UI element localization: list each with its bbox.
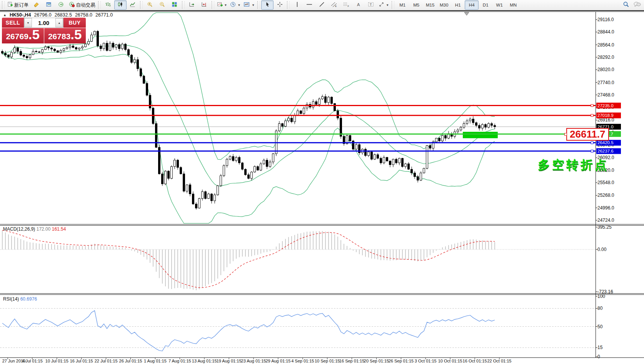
timeframe-m1[interactable]: M1 — [395, 0, 409, 10]
line-chart-icon — [130, 2, 135, 8]
chat-icon[interactable] — [633, 1, 641, 9]
templates-icon — [244, 2, 250, 8]
profiles-button[interactable] — [30, 0, 43, 10]
line-chart-button[interactable] — [127, 0, 139, 10]
rsi-name: RSI(14) — [3, 296, 19, 302]
time-label: 16 Jul 01:15 — [70, 359, 93, 363]
rsi-label: RSI(14) 60.6976 — [3, 296, 37, 302]
tile-windows-icon — [172, 2, 177, 8]
collapse-quotes-icon[interactable]: ▲ — [3, 13, 7, 17]
price-line-badge: 26237.6 — [596, 148, 621, 154]
chart-shift-button[interactable] — [198, 0, 210, 10]
chart-area[interactable]: 29116.028844.028564.028292.028020.027740… — [0, 0, 644, 364]
rsi-value: 60.6976 — [20, 296, 37, 302]
text-tool-button[interactable]: A — [352, 0, 365, 10]
svg-text:T: T — [370, 3, 372, 7]
sell-button[interactable]: SELL — [2, 18, 24, 28]
text-label-tool-button[interactable]: T — [365, 0, 377, 10]
volume-decrease-button[interactable]: ▼ — [24, 18, 32, 27]
crosshair-tool-button[interactable] — [274, 0, 286, 10]
toolbar-grip[interactable] — [212, 1, 214, 9]
svg-text:27018.9: 27018.9 — [597, 113, 614, 118]
svg-text:26420.5: 26420.5 — [597, 140, 614, 145]
buy-price[interactable]: 26783 .5 — [44, 28, 86, 43]
timeframe-h1[interactable]: H1 — [451, 0, 465, 10]
text-label-icon: T — [368, 2, 374, 8]
sell-price[interactable]: 26769 .5 — [2, 28, 44, 43]
zoom-out-icon — [159, 2, 165, 8]
toolbar-grip[interactable] — [140, 1, 143, 9]
dropdown-caret: ▼ — [252, 3, 255, 7]
signals-button[interactable] — [55, 0, 67, 10]
dropdown-caret: ▼ — [224, 3, 227, 7]
volume-stepper: ▼ ▲ — [24, 18, 63, 28]
buy-price-fraction: .5 — [70, 29, 82, 40]
volume-increase-button[interactable]: ▲ — [55, 18, 63, 27]
horizontal-line-tool-button[interactable] — [303, 0, 315, 10]
price-tick-label: 27740.0 — [597, 80, 614, 85]
arrows-tool-button[interactable]: ▼ — [377, 0, 390, 10]
timeframe-w1[interactable]: W1 — [492, 0, 506, 10]
toolbar-grip[interactable] — [2, 1, 5, 9]
price-line-badge: 27235.0 — [596, 103, 621, 108]
price-tick-label: 28844.0 — [597, 29, 614, 35]
rsi-scale-label: 50 — [597, 324, 603, 329]
horizontal-line-icon — [306, 2, 312, 8]
trendline-icon — [319, 2, 325, 8]
time-label: 16 Sep 01:15 — [339, 359, 364, 363]
toolbar-grip[interactable] — [287, 1, 290, 9]
toolbar-grip[interactable] — [98, 1, 101, 9]
arrows-icon — [379, 2, 384, 8]
ohlc-low: 26758.0 — [75, 12, 92, 18]
timeframe-m15[interactable]: M15 — [423, 0, 437, 10]
price-tick-label: 28564.0 — [597, 42, 614, 48]
time-label: 4 Sep 01:15 — [291, 359, 314, 363]
timeframe-h4[interactable]: H4 — [465, 0, 479, 10]
rsi-scale-label: 15 — [597, 345, 603, 350]
fibonacci-tool-button[interactable]: F — [340, 0, 352, 10]
dropdown-caret: ▼ — [237, 3, 240, 7]
buy-button[interactable]: BUY — [63, 18, 86, 28]
data-window-button[interactable] — [43, 0, 55, 10]
green-box-annotation[interactable] — [463, 132, 498, 138]
autotrading-button[interactable]: 自动交易 — [67, 0, 97, 10]
zoom-in-button[interactable] — [144, 0, 156, 10]
new-order-button[interactable]: 新订单 — [6, 0, 30, 10]
auto-scroll-icon — [189, 2, 195, 8]
periods-button[interactable]: ▼ — [229, 0, 242, 10]
cursor-tool-button[interactable] — [261, 0, 274, 10]
callout-handle[interactable] — [564, 133, 567, 136]
tile-windows-button[interactable] — [169, 0, 181, 10]
time-axis[interactable]: 27 Jun 20194 Jul 01:1510 Jul 01:1516 Jul… — [2, 358, 512, 363]
candlestick-chart-icon — [117, 2, 123, 8]
fibonacci-icon: F — [343, 2, 350, 8]
time-label: 22 Oct 01:15 — [487, 359, 512, 363]
search-icon[interactable] — [623, 1, 629, 9]
timeframe-toolbar: M1M5M15M30H1H4D1W1MN — [395, 0, 520, 10]
time-label: 19 Aug 01:15 — [217, 359, 242, 363]
time-label: 23 Aug 01:15 — [241, 359, 266, 363]
candlestick-chart-button[interactable] — [114, 0, 127, 10]
timeframe-m5[interactable]: M5 — [409, 0, 423, 10]
price-callout-label[interactable]: 26611.7 — [566, 128, 609, 141]
time-label: 3 Oct 01:15 — [415, 359, 437, 363]
timeframe-d1[interactable]: D1 — [479, 0, 492, 10]
chinese-annotation[interactable]: 多空转折点 — [538, 157, 609, 173]
bar-chart-button[interactable] — [102, 0, 114, 10]
toolbar-grip[interactable] — [392, 1, 394, 9]
vertical-line-tool-button[interactable] — [291, 0, 303, 10]
time-label: 22 Jul 01:15 — [95, 359, 118, 363]
periods-clock-icon — [230, 2, 236, 8]
timeframe-mn[interactable]: MN — [506, 0, 520, 10]
indicators-button[interactable]: ▼ — [215, 0, 229, 10]
toolbar-grip[interactable] — [257, 1, 260, 9]
zoom-out-button[interactable] — [156, 0, 169, 10]
trendline-tool-button[interactable] — [315, 0, 328, 10]
toolbar-grip[interactable] — [182, 1, 185, 9]
volume-input[interactable] — [32, 18, 55, 27]
timeframe-m30[interactable]: M30 — [437, 0, 451, 10]
templates-button[interactable]: ▼ — [242, 0, 256, 10]
channel-tool-button[interactable]: E — [328, 0, 340, 10]
auto-scroll-button[interactable] — [186, 0, 198, 10]
time-label: 10 Oct 01:15 — [438, 359, 462, 363]
